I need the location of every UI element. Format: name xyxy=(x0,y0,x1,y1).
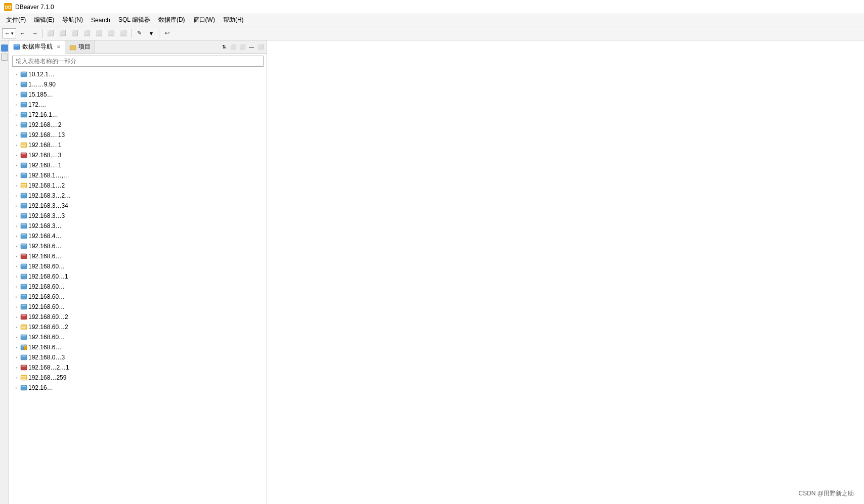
chevron-icon: › xyxy=(13,172,19,178)
toolbar-btn-6[interactable]: ⬜ xyxy=(106,28,117,39)
toolbar-undo-btn[interactable]: ↩ xyxy=(161,28,172,39)
chevron-icon: › xyxy=(13,71,19,77)
tree-item[interactable]: › 192.168.60…2 xyxy=(9,312,267,322)
tree-item[interactable]: › 192.168.…1 xyxy=(9,140,267,150)
toolbar: ← ▾ ← → ⬜ ⬜ ⬜ ⬜ ⬜ ⬜ ⬜ ✎ ▼ ↩ xyxy=(0,26,864,40)
left-edge-btn-1[interactable] xyxy=(1,44,8,52)
tree-item[interactable]: › 192.16… xyxy=(9,383,267,393)
chevron-icon: › xyxy=(13,375,19,381)
svg-point-5 xyxy=(21,72,26,74)
tree-item[interactable]: › 192.168.1…2 xyxy=(9,180,267,191)
tree-item[interactable]: › 192.168.…13 xyxy=(9,130,267,140)
tab-ctrl-btn1[interactable]: ⬜ xyxy=(229,43,237,51)
toolbar-forward-btn[interactable]: → xyxy=(29,28,40,39)
db-icon xyxy=(20,313,27,320)
left-edge-btn-2[interactable] xyxy=(1,54,8,61)
tree-item-label: 1……9.90 xyxy=(28,81,56,88)
chevron-icon: › xyxy=(13,334,19,340)
toolbar-btn-1[interactable]: ⬜ xyxy=(45,28,56,39)
tree-item[interactable]: › 10.12.1… xyxy=(9,69,267,79)
svg-point-11 xyxy=(21,103,26,104)
menu-sql[interactable]: SQL 编辑器 xyxy=(114,14,154,26)
tree-item[interactable]: › 192.168.3…3 xyxy=(9,211,267,221)
tree-item-label: 192.168.6… xyxy=(28,344,61,351)
tab-ctrl-sort[interactable]: ⇅ xyxy=(220,43,228,51)
tree-item[interactable]: › 192.168…2…1 xyxy=(9,362,267,373)
tree-item[interactable]: › 192.168.60…1 xyxy=(9,271,267,282)
tree-item[interactable]: › 192.168.6… xyxy=(9,241,267,251)
tab-ctrl-maximize[interactable]: ⬜ xyxy=(256,43,265,51)
tree-item[interactable]: › 172.… xyxy=(9,100,267,110)
tree-item[interactable]: › 192.168…259 xyxy=(9,373,267,383)
svg-point-25 xyxy=(21,163,26,165)
menu-window[interactable]: 窗口(W) xyxy=(189,14,219,26)
tree-item[interactable]: › 192.168.3…2… xyxy=(9,191,267,201)
toolbar-back-dropdown[interactable]: ← ▾ xyxy=(2,28,16,38)
toolbar-btn-2[interactable]: ⬜ xyxy=(57,28,68,39)
db-icon xyxy=(20,71,27,78)
toolbar-btn-3[interactable]: ⬜ xyxy=(69,28,80,39)
tree-item-label: 192.168.…13 xyxy=(28,131,65,139)
tree-item-label: 192.168.60… xyxy=(28,283,65,290)
table-search-input[interactable] xyxy=(12,56,264,67)
right-panel xyxy=(267,40,864,504)
tree-item[interactable]: › 192.168.3… xyxy=(9,221,267,231)
tree-item[interactable]: › 192.168.3…34 xyxy=(9,201,267,211)
tree-item[interactable]: › 192.168.6… xyxy=(9,251,267,261)
svg-point-17 xyxy=(21,133,26,134)
toolbar-btn-5[interactable]: ⬜ xyxy=(94,28,105,39)
chevron-icon: › xyxy=(13,152,19,158)
menu-search[interactable]: Search xyxy=(87,14,114,26)
svg-point-68 xyxy=(21,355,26,357)
chevron-icon: › xyxy=(13,263,19,269)
menu-file[interactable]: 文件(F) xyxy=(2,14,30,26)
tree-item-label: 192.168.60…2 xyxy=(28,324,68,331)
toolbar-btn-7[interactable]: ⬜ xyxy=(118,28,129,39)
tree-item-label: 192.168.3…2… xyxy=(28,192,71,199)
tree-item[interactable]: › 192.168.60… xyxy=(9,332,267,342)
svg-point-37 xyxy=(21,214,26,215)
tree-item[interactable]: › 1……9.90 xyxy=(9,79,267,89)
menu-help[interactable]: 帮助(H) xyxy=(219,14,248,26)
tree-item[interactable]: › 192.168.60… xyxy=(9,302,267,312)
tree-item[interactable]: › 192.168.4… xyxy=(9,231,267,241)
tree-item[interactable]: › 192.168.0…3 xyxy=(9,352,267,362)
tab-ctrl-btn2[interactable]: ⬜ xyxy=(238,43,246,51)
tree-item[interactable]: › 192.168.…3 xyxy=(9,150,267,160)
svg-point-63 xyxy=(21,335,26,337)
tab-db-navigator[interactable]: 数据库导航 ✕ xyxy=(9,41,65,54)
menu-nav[interactable]: 导航(N) xyxy=(58,14,87,26)
tree-item[interactable]: › 192.168.60… xyxy=(9,282,267,292)
svg-point-76 xyxy=(21,386,26,387)
tree-item[interactable]: › 192.168.…1 xyxy=(9,160,267,170)
search-input-area xyxy=(9,54,267,69)
db-icon xyxy=(20,233,27,240)
tab-projects[interactable]: 项目 xyxy=(65,40,95,53)
tree-item[interactable]: › 192.168.6… xyxy=(9,342,267,352)
chevron-icon: › xyxy=(13,364,19,371)
svg-point-23 xyxy=(21,153,26,155)
tree-item[interactable]: › 192.168.60…2 xyxy=(9,322,267,332)
menu-bar: 文件(F) 编辑(E) 导航(N) Search SQL 编辑器 数据库(D) … xyxy=(0,14,864,26)
db-icon xyxy=(20,374,27,381)
svg-rect-61 xyxy=(21,329,26,330)
toolbar-pencil-btn[interactable]: ✎ xyxy=(134,28,145,39)
tree-item[interactable]: › 192.168.1…,… xyxy=(9,170,267,180)
tree-item[interactable]: › 192.168.60… xyxy=(9,261,267,271)
menu-edit[interactable]: 编辑(E) xyxy=(30,14,58,26)
tree-item-label: 192.168.3…3 xyxy=(28,212,65,219)
svg-point-49 xyxy=(21,274,26,276)
svg-point-47 xyxy=(21,264,26,266)
tree-item[interactable]: › 192.168.60… xyxy=(9,292,267,302)
toolbar-dropdown-btn[interactable]: ▼ xyxy=(146,28,157,39)
tree-item[interactable]: › 172.16.1… xyxy=(9,110,267,120)
left-panel: 数据库导航 ✕ 项目 ⇅ ⬜ ⬜ — ⬜ xyxy=(9,40,267,504)
tab-ctrl-minimize[interactable]: — xyxy=(247,43,255,51)
menu-database[interactable]: 数据库(D) xyxy=(154,14,189,26)
tree-item[interactable]: › 192.168.…2 xyxy=(9,120,267,130)
toolbar-btn-4[interactable]: ⬜ xyxy=(81,28,93,39)
tab-db-navigator-close[interactable]: ✕ xyxy=(57,44,61,50)
toolbar-back-btn[interactable]: ← xyxy=(17,28,28,39)
db-icon xyxy=(20,263,27,270)
tree-item[interactable]: › 15.185… xyxy=(9,89,267,100)
